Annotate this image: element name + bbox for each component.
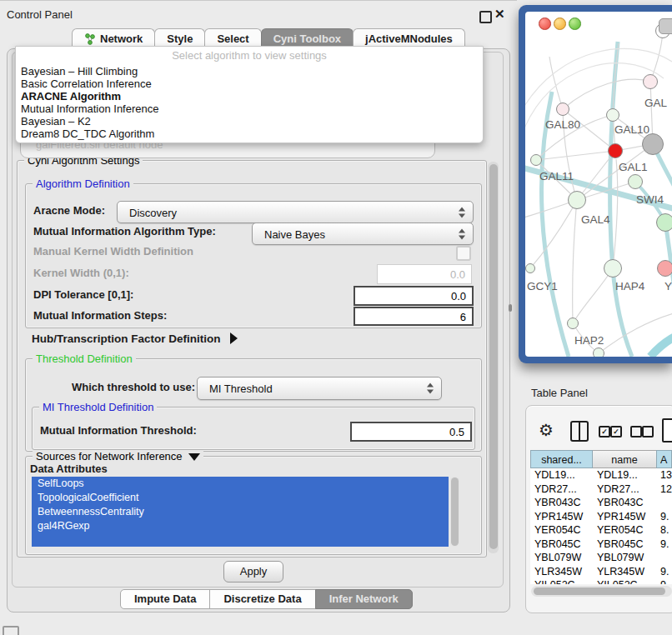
attribute-item[interactable]: gal4RGexp [32, 519, 449, 533]
network-node-y[interactable] [657, 260, 672, 277]
table-row[interactable]: YDL19...YDL19...13 [530, 468, 672, 482]
deselect-all-icon[interactable] [630, 426, 642, 438]
settings-scrollbar[interactable] [488, 162, 499, 553]
mi-steps-input[interactable]: 6 [354, 307, 474, 326]
table-cell: YDR27... [530, 482, 593, 497]
table-row[interactable]: YBR043CYBR043C [530, 496, 672, 510]
stepper-icon [459, 228, 466, 239]
node-label: HAP2 [574, 334, 604, 347]
manual-kernel-label: Manual Kernel Width Definition [33, 245, 193, 258]
splitter-handle[interactable] [509, 304, 512, 312]
table-row[interactable]: YPR145WYPR145W9. [530, 510, 672, 524]
network-node[interactable] [656, 213, 672, 232]
columns-icon[interactable] [570, 421, 589, 442]
network-node-gal[interactable] [643, 74, 658, 89]
collapse-arrow-icon[interactable] [188, 453, 200, 461]
attribute-item[interactable]: SelfLoops [32, 477, 449, 491]
network-node-gal10[interactable] [606, 108, 619, 122]
table-row[interactable]: YIL052CYIL052C9. [530, 578, 672, 584]
dpi-tolerance-input[interactable]: 0.0 [354, 286, 474, 306]
table-row[interactable]: YDR27...YDR27...12 [530, 482, 672, 497]
algorithm-option[interactable]: Bayesian – Hill Climbing [19, 65, 479, 78]
mi-threshold-label: Mutual Information Threshold: [40, 424, 197, 438]
data-attributes-list[interactable]: SelfLoops TopologicalCoefficient Between… [32, 477, 449, 547]
expand-arrow-icon[interactable] [230, 332, 238, 344]
window-zoom-icon[interactable] [569, 18, 581, 30]
table-horizontal-scrollbar[interactable] [531, 586, 672, 597]
settings-scrollbar-thumb[interactable] [489, 164, 498, 549]
table-cell [656, 551, 672, 565]
network-node-gal11[interactable] [530, 154, 542, 166]
column-header-shared-name[interactable]: shared... [530, 450, 593, 468]
algorithm-option[interactable]: Mutual Information Inference [19, 102, 479, 115]
network-node[interactable] [593, 348, 604, 357]
dpi-tolerance-label: DPI Tolerance [0,1]: [33, 288, 133, 302]
which-threshold-value: MI Threshold [209, 382, 273, 395]
network-node-gcy1[interactable] [525, 263, 535, 273]
kernel-width-input[interactable]: 0.0 [377, 264, 472, 284]
collapsed-panel-icon[interactable] [3, 626, 19, 635]
table-cell: YER054C [530, 523, 593, 538]
table-cell: YBR043C [593, 496, 656, 510]
network-icon [84, 33, 96, 45]
mi-steps-label: Mutual Information Steps: [33, 309, 167, 322]
float-window-icon[interactable] [479, 11, 492, 23]
mi-threshold-input[interactable]: 0.5 [350, 422, 472, 442]
table-row[interactable]: YER054CYER054C8. [530, 523, 672, 538]
mi-type-label: Mutual Information Algorithm Type: [33, 225, 216, 238]
tab-impute-data[interactable]: Impute Data [120, 589, 210, 609]
algorithm-option-selected[interactable]: ARACNE Algorithm [19, 90, 479, 102]
attribute-item[interactable]: TopologicalCoefficient [32, 491, 449, 505]
table-panel-title: Table Panel [531, 387, 588, 399]
network-node-gal1[interactable] [608, 143, 623, 158]
gear-icon[interactable]: ⚙ [539, 420, 554, 440]
window-close-icon[interactable] [539, 18, 551, 30]
table-row[interactable]: YBR045CYBR045C9. [530, 538, 672, 552]
mi-type-combo[interactable]: Naive Bayes [252, 222, 474, 245]
network-nodes-layer: GALGAL80GAL10GAL1GAL11SWI4GAL4GCY1HAP4YH… [525, 12, 672, 357]
algorithm-option[interactable]: Dream8 DC_TDC Algorithm [19, 128, 479, 140]
node-label: GCY1 [527, 280, 558, 292]
attribute-item[interactable]: BetweennessCentrality [32, 505, 449, 519]
table-hscrollbar-thumb[interactable] [534, 588, 665, 595]
manual-kernel-checkbox[interactable] [456, 246, 471, 261]
hub-definition-label[interactable]: Hub/Transcription Factor Definition [32, 332, 221, 346]
network-node[interactable] [642, 133, 664, 155]
network-canvas[interactable]: GALGAL80GAL10GAL1GAL11SWI4GAL4GCY1HAP4YH… [525, 12, 672, 357]
table-cell: YER054C [593, 523, 656, 538]
node-label: SWI4 [636, 193, 664, 206]
table-cell: 9. [656, 565, 672, 579]
deselect-all-icon[interactable] [642, 426, 654, 438]
select-all-icon[interactable]: ✓ [610, 426, 622, 438]
table-row[interactable]: YLR345WYLR345W9. [530, 565, 672, 579]
which-threshold-label: Which threshold to use: [72, 381, 195, 394]
algorithm-option[interactable]: Basic Correlation Inference [19, 78, 479, 90]
algorithm-option[interactable]: Bayesian – K2 [19, 115, 479, 128]
network-node-hap4[interactable] [604, 259, 622, 278]
tab-discretize-data[interactable]: Discretize Data [209, 589, 315, 609]
window-minimize-icon[interactable] [554, 18, 566, 30]
node-label: GAL [644, 97, 667, 109]
tab-infer-network[interactable]: Infer Network [315, 589, 413, 609]
network-node-hap2[interactable] [567, 318, 579, 329]
attributes-scrollbar-thumb[interactable] [451, 478, 459, 546]
table-cell: YDL19... [530, 468, 593, 482]
attributes-scrollbar[interactable] [450, 477, 459, 547]
column-header-partial[interactable]: A [656, 450, 672, 468]
close-icon[interactable]: ✕ [494, 7, 505, 22]
node-label: HAP4 [615, 280, 644, 292]
stepper-icon [459, 207, 466, 218]
table-cell: YLR345W [530, 565, 593, 579]
cyni-bottom-tabs: Impute Data Discretize Data Infer Networ… [120, 589, 412, 608]
network-node-gal80[interactable] [556, 102, 569, 116]
column-header-name[interactable]: name [593, 450, 656, 468]
network-node-swi4[interactable] [628, 174, 643, 189]
apply-button[interactable]: Apply [223, 561, 283, 582]
select-all-icon[interactable]: ✓ [599, 426, 610, 438]
which-threshold-combo[interactable]: MI Threshold [197, 377, 442, 400]
table-row[interactable]: YBL079WYBL079W [530, 551, 672, 565]
aracne-mode-combo[interactable]: Discovery [117, 201, 474, 223]
network-node-gal4[interactable] [568, 191, 586, 209]
table-cell: 9. [656, 538, 672, 552]
export-table-icon[interactable] [662, 418, 672, 442]
